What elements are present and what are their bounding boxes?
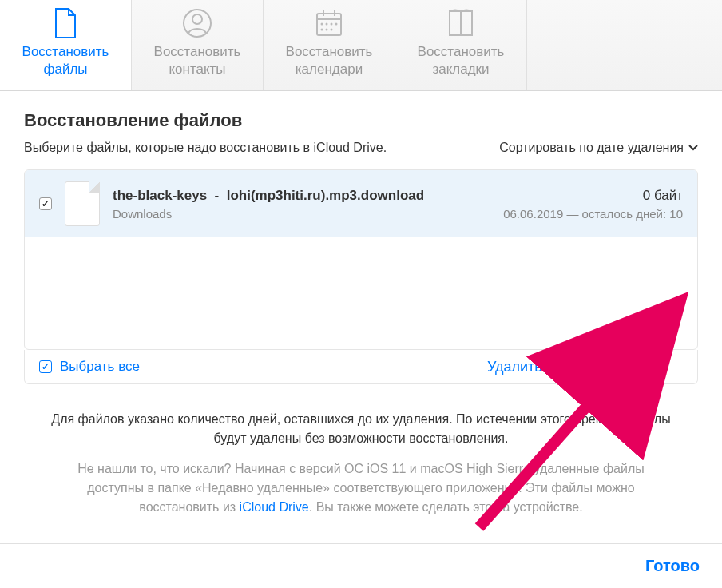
done-button[interactable]: Готово [645,557,700,575]
file-location: Downloads [113,207,490,220]
file-checkbox[interactable] [39,197,52,210]
file-type-icon [65,181,100,226]
footer-info: Для файлов указано количество дней, оста… [50,410,672,517]
delete-button[interactable]: Удалить [471,359,558,375]
file-list: the-black-keys_-_lohi(mp3hiti.ru).mp3.do… [24,169,698,350]
svg-point-1 [192,14,202,24]
sort-label: Сортировать по дате удаления [499,141,684,155]
select-all-button[interactable]: Выбрать все [39,359,140,375]
file-size: 0 байт [643,188,683,204]
svg-rect-2 [317,14,341,35]
footer-line-1: Для файлов указано количество дней, оста… [50,410,672,448]
bookmark-icon [445,6,477,40]
select-all-checkbox[interactable] [39,360,52,373]
chevron-down-icon [688,145,698,151]
tab-restore-bookmarks[interactable]: Восстановить закладки [395,0,527,90]
file-date-remaining: 06.06.2019 — осталось дней: 10 [503,207,683,220]
sort-dropdown[interactable]: Сортировать по дате удаления [499,141,698,155]
section-title: Восстановление файлов [24,110,698,131]
file-name: the-black-keys_-_lohi(mp3hiti.ru).mp3.do… [113,188,490,204]
footer-line-2: Не нашли то, что искали? Начиная с верси… [50,459,672,517]
action-bar: Выбрать все Удалить Восстановить [24,350,698,384]
file-row[interactable]: the-black-keys_-_lohi(mp3hiti.ru).mp3.do… [25,170,697,237]
restore-button[interactable]: Восстановить [559,359,683,375]
tab-label: Восстановить календари [286,43,373,78]
tab-restore-files[interactable]: Восстановить файлы [0,0,132,90]
select-all-label: Выбрать все [60,359,140,375]
file-list-empty-area [25,237,697,349]
icloud-drive-link[interactable]: iCloud Drive [240,500,309,514]
tab-label: Восстановить файлы [22,43,109,78]
bottom-bar: Готово [0,543,722,588]
calendar-icon [314,6,344,40]
file-icon [53,6,78,40]
instruction-text: Выберите файлы, которые надо восстановит… [24,141,387,155]
tab-label: Восстановить контакты [154,43,241,78]
content-area: Восстановление файлов Выберите файлы, ко… [0,91,722,517]
tab-restore-calendars[interactable]: Восстановить календари [264,0,395,90]
tab-label: Восстановить закладки [418,43,505,78]
tab-restore-contacts[interactable]: Восстановить контакты [132,0,264,90]
contact-icon [182,6,212,40]
tab-bar: Восстановить файлы Восстановить контакты [0,0,722,91]
